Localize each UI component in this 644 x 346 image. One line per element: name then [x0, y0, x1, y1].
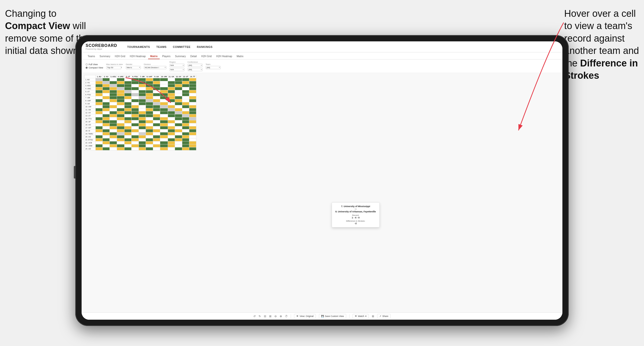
- cell-11-8[interactable]: [146, 108, 153, 111]
- cell-18-10[interactable]: [160, 129, 168, 132]
- cell-18-3[interactable]: [110, 129, 117, 132]
- cell-24-7[interactable]: [139, 147, 146, 150]
- cell-20-8[interactable]: [146, 135, 153, 138]
- cell-17-6[interactable]: [132, 126, 139, 129]
- cell-9-1[interactable]: [96, 102, 103, 105]
- cell-16-9[interactable]: [153, 123, 160, 126]
- cell-7-6[interactable]: [132, 96, 139, 99]
- cell-20-2[interactable]: [103, 135, 110, 138]
- cell-3-9[interactable]: [153, 84, 160, 87]
- cell-9-4[interactable]: [117, 102, 125, 105]
- cell-12-4[interactable]: [117, 111, 125, 114]
- cell-7-10[interactable]: [160, 96, 168, 99]
- cell-5-10[interactable]: [160, 90, 168, 93]
- cell-3-11[interactable]: [168, 84, 175, 87]
- cell-7-4[interactable]: [117, 96, 125, 99]
- cell-15-5[interactable]: [125, 120, 132, 123]
- cell-5-13[interactable]: [182, 90, 189, 93]
- cell-15-9[interactable]: [153, 120, 160, 123]
- cell-21-11[interactable]: [168, 138, 175, 141]
- cell-8-6[interactable]: [132, 99, 139, 102]
- nav-tournaments[interactable]: TOURNAMENTS: [127, 44, 150, 49]
- cell-11-1[interactable]: [96, 108, 103, 111]
- cell-24-2[interactable]: [103, 147, 110, 150]
- select-max-teams[interactable]: Top 50: [106, 66, 121, 69]
- cell-13-2[interactable]: [103, 114, 110, 117]
- cell-18-2[interactable]: [103, 129, 110, 132]
- cell-16-6[interactable]: [132, 123, 139, 126]
- cell-16-10[interactable]: [160, 123, 168, 126]
- cell-10-9[interactable]: [153, 105, 160, 108]
- cell-8-2[interactable]: [103, 99, 110, 102]
- cell-13-13[interactable]: [182, 114, 189, 117]
- cell-21-14[interactable]: [189, 138, 196, 141]
- cell-14-11[interactable]: [168, 117, 175, 120]
- cell-19-7[interactable]: [139, 132, 146, 135]
- share-grid-icon[interactable]: ⊞: [372, 315, 374, 318]
- cell-19-12[interactable]: [175, 132, 182, 135]
- cell-15-11[interactable]: [168, 120, 175, 123]
- cell-16-8[interactable]: [146, 123, 153, 126]
- tab-detail[interactable]: Detail: [188, 54, 199, 59]
- radio-compact[interactable]: [86, 67, 88, 69]
- cell-12-3[interactable]: [110, 111, 117, 114]
- cell-3-5[interactable]: [125, 84, 132, 87]
- cell-1-11[interactable]: [168, 78, 175, 81]
- cell-2-5[interactable]: [125, 81, 132, 84]
- cell-3-12[interactable]: [175, 84, 182, 87]
- cell-23-7[interactable]: [139, 144, 146, 147]
- cell-17-11[interactable]: [168, 126, 175, 129]
- collapse-icon[interactable]: ⊟: [264, 315, 266, 318]
- cell-23-10[interactable]: [160, 144, 168, 147]
- cell-12-7[interactable]: [139, 111, 146, 114]
- cell-21-2[interactable]: [103, 138, 110, 141]
- cell-10-7[interactable]: [139, 105, 146, 108]
- cell-13-7[interactable]: [139, 114, 146, 117]
- cell-7-1[interactable]: [96, 96, 103, 99]
- cell-24-14[interactable]: [189, 147, 196, 150]
- tab-h2h-grid-2[interactable]: H2H Grid: [199, 54, 214, 59]
- cell-16-14[interactable]: [189, 123, 196, 126]
- cell-13-14[interactable]: [189, 114, 196, 117]
- main-content[interactable]: 1. AU 2. VU 3. ASU 4. UNC 5. UT 6. FSU 7…: [82, 73, 562, 312]
- cell-10-10[interactable]: [160, 105, 168, 108]
- cell-4-14[interactable]: [189, 87, 196, 90]
- share-button[interactable]: ↗ Share: [377, 314, 391, 318]
- cell-2-11[interactable]: [168, 81, 175, 84]
- cell-20-6[interactable]: [132, 135, 139, 138]
- cell-19-9[interactable]: [153, 132, 160, 135]
- cell-18-1[interactable]: [96, 129, 103, 132]
- cell-4-10[interactable]: [160, 87, 168, 90]
- cell-2-10[interactable]: [160, 81, 168, 84]
- cell-15-14[interactable]: [189, 120, 196, 123]
- cell-22-2[interactable]: [103, 141, 110, 144]
- cell-10-1[interactable]: [96, 105, 103, 108]
- cell-14-10[interactable]: [160, 117, 168, 120]
- cell-12-1[interactable]: [96, 111, 103, 114]
- tab-players[interactable]: Players: [160, 54, 172, 59]
- cell-4-3[interactable]: [110, 87, 117, 90]
- cell-6-10[interactable]: [160, 93, 168, 96]
- cell-6-4[interactable]: [117, 93, 125, 96]
- cell-4-8[interactable]: [146, 87, 153, 90]
- cell-3-14[interactable]: [189, 84, 196, 87]
- cell-10-12[interactable]: [175, 105, 182, 108]
- cell-7-11[interactable]: [168, 96, 175, 99]
- cell-6-9[interactable]: [153, 93, 160, 96]
- cell-14-5[interactable]: [125, 117, 132, 120]
- cell-22-5[interactable]: [125, 141, 132, 144]
- cell-13-1[interactable]: [96, 114, 103, 117]
- cell-23-9[interactable]: [153, 144, 160, 147]
- select-region2[interactable]: N/A: [169, 68, 185, 71]
- cell-17-1[interactable]: [96, 126, 103, 129]
- cell-11-13[interactable]: [182, 108, 189, 111]
- cell-10-3[interactable]: [110, 105, 117, 108]
- cell-1-14[interactable]: [189, 78, 196, 81]
- cell-1-6[interactable]: [132, 78, 139, 81]
- cell-24-8[interactable]: [146, 147, 153, 150]
- cell-10-5[interactable]: [125, 105, 132, 108]
- select-region[interactable]: N/A: [169, 64, 185, 67]
- cell-18-14[interactable]: [189, 129, 196, 132]
- cell-11-10[interactable]: [160, 108, 168, 111]
- cell-24-1[interactable]: [96, 147, 103, 150]
